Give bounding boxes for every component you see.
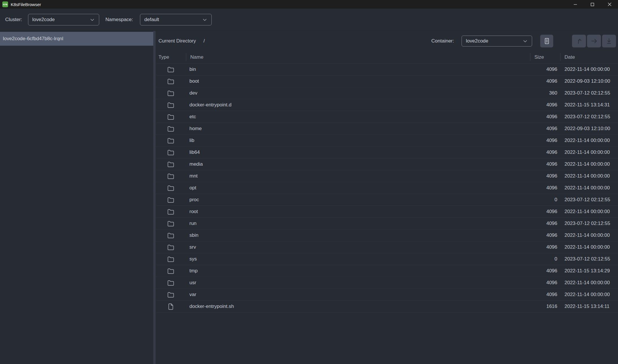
sidebar-divider[interactable] [153, 31, 156, 364]
window-title: K8sFileBrowser [11, 2, 41, 7]
file-type-cell [156, 196, 186, 204]
file-date: 2022-11-15 13:14:29 [560, 268, 618, 274]
file-type-cell [156, 291, 186, 298]
table-row[interactable]: tmp 4096 2022-11-15 13:14:29 [156, 265, 618, 277]
file-size: 4096 [530, 66, 560, 72]
folder-icon [167, 161, 174, 168]
folder-icon [167, 279, 174, 287]
file-type-cell [156, 101, 186, 109]
view-file-button[interactable] [540, 35, 553, 47]
file-size: 4096 [530, 244, 560, 250]
file-table-body: bin 4096 2022-11-14 00:00:00 boot 4096 2… [156, 64, 618, 313]
file-date: 2022-11-14 00:00:00 [560, 232, 618, 238]
cluster-label: Cluster: [5, 17, 22, 23]
namespace-select[interactable]: default [140, 14, 212, 25]
file-type-cell [156, 267, 186, 275]
minimize-button[interactable] [567, 0, 584, 9]
table-row[interactable]: bin 4096 2022-11-14 00:00:00 [156, 64, 618, 75]
file-date: 2022-11-14 00:00:00 [560, 185, 618, 191]
download-button[interactable] [602, 35, 616, 47]
file-date: 2023-07-12 02:12:55 [560, 197, 618, 203]
file-name: mnt [186, 173, 530, 179]
table-row[interactable]: usr 4096 2022-11-14 00:00:00 [156, 277, 618, 289]
file-type-cell [156, 279, 186, 287]
container-select[interactable]: love2code [462, 36, 532, 47]
file-date: 2022-11-14 00:00:00 [560, 149, 618, 155]
close-icon [608, 2, 612, 6]
file-name: var [186, 292, 530, 298]
table-row[interactable]: sys 0 2023-07-12 02:12:55 [156, 253, 618, 265]
table-row[interactable]: root 4096 2022-11-14 00:00:00 [156, 206, 618, 218]
file-type-cell [156, 173, 186, 180]
file-date: 2022-09-03 12:10:00 [560, 78, 618, 84]
file-size: 4096 [530, 161, 560, 167]
file-size: 4096 [530, 126, 560, 132]
file-name: run [186, 221, 530, 226]
table-row[interactable]: docker-entrypoint.sh 1616 2022-11-15 13:… [156, 301, 618, 313]
file-name: opt [186, 185, 530, 191]
file-type-cell [156, 220, 186, 227]
folder-icon [167, 184, 174, 192]
pod-sidebar: love2code-6cfbd47b8c-lrqnl [0, 31, 153, 364]
minimize-icon [573, 3, 577, 6]
directory-header: Current Directory / Container: love2code [156, 31, 618, 51]
file-name: srv [186, 244, 530, 250]
container-select-value: love2code [466, 38, 522, 44]
file-size: 4096 [530, 280, 560, 286]
file-type-cell [156, 208, 186, 215]
file-name: docker-entrypoint.sh [186, 304, 530, 309]
file-size: 4096 [530, 221, 560, 226]
file-icon [167, 303, 174, 310]
table-row[interactable]: etc 4096 2023-07-12 02:12:55 [156, 111, 618, 123]
table-row[interactable]: opt 4096 2022-11-14 00:00:00 [156, 182, 618, 194]
file-date: 2022-11-14 00:00:00 [560, 161, 618, 167]
file-size: 1616 [530, 304, 560, 309]
go-forward-button[interactable] [587, 35, 601, 47]
file-date: 2022-11-14 00:00:00 [560, 138, 618, 143]
file-type-cell [156, 113, 186, 121]
file-date: 2023-07-12 02:12:55 [560, 256, 618, 262]
file-type-cell [156, 256, 186, 263]
table-row[interactable]: lib64 4096 2022-11-14 00:00:00 [156, 147, 618, 158]
table-row[interactable]: lib 4096 2022-11-14 00:00:00 [156, 135, 618, 147]
column-header-type: Type [156, 51, 186, 63]
table-row[interactable]: mnt 4096 2022-11-14 00:00:00 [156, 170, 618, 182]
folder-icon [167, 137, 174, 144]
current-directory-label: Current Directory [158, 38, 196, 44]
namespace-select-value: default [144, 17, 202, 23]
content-area: love2code-6cfbd47b8c-lrqnl Current Direc… [0, 31, 618, 364]
file-size: 4096 [530, 292, 560, 298]
folder-icon [167, 208, 174, 215]
close-button[interactable] [601, 0, 618, 9]
file-name: root [186, 209, 530, 215]
file-type-cell [156, 78, 186, 85]
table-row[interactable]: home 4096 2022-09-03 12:10:00 [156, 123, 618, 135]
cluster-select[interactable]: love2code [28, 14, 99, 25]
file-date: 2022-11-14 00:00:00 [560, 280, 618, 286]
table-row[interactable]: docker-entrypoint.d 4096 2022-11-15 13:1… [156, 99, 618, 111]
pod-list-item[interactable]: love2code-6cfbd47b8c-lrqnl [0, 32, 153, 46]
app-logo-icon: KFB [2, 1, 8, 7]
maximize-button[interactable] [584, 0, 601, 9]
table-row[interactable]: var 4096 2022-11-14 00:00:00 [156, 289, 618, 301]
file-date: 2022-11-15 13:14:31 [560, 102, 618, 108]
file-size: 4096 [530, 114, 560, 120]
go-up-directory-button[interactable] [572, 35, 586, 47]
folder-icon [167, 101, 174, 109]
chevron-down-icon [522, 38, 528, 44]
table-row[interactable]: dev 360 2023-07-12 02:12:55 [156, 87, 618, 99]
column-header-size: Size [530, 51, 560, 63]
column-header-date: Date [560, 51, 618, 63]
table-row[interactable]: proc 0 2023-07-12 02:12:55 [156, 194, 618, 206]
download-icon [605, 37, 613, 45]
table-row[interactable]: media 4096 2022-11-14 00:00:00 [156, 158, 618, 170]
file-size: 4096 [530, 185, 560, 191]
table-row[interactable]: boot 4096 2022-09-03 12:10:00 [156, 75, 618, 87]
file-name: lib [186, 138, 530, 143]
table-row[interactable]: srv 4096 2022-11-14 00:00:00 [156, 241, 618, 253]
window-controls [567, 0, 618, 9]
file-name: media [186, 161, 530, 167]
table-row[interactable]: run 4096 2023-07-12 02:12:55 [156, 218, 618, 230]
file-date: 2023-07-12 02:12:55 [560, 90, 618, 96]
table-row[interactable]: sbin 4096 2022-11-14 00:00:00 [156, 230, 618, 241]
